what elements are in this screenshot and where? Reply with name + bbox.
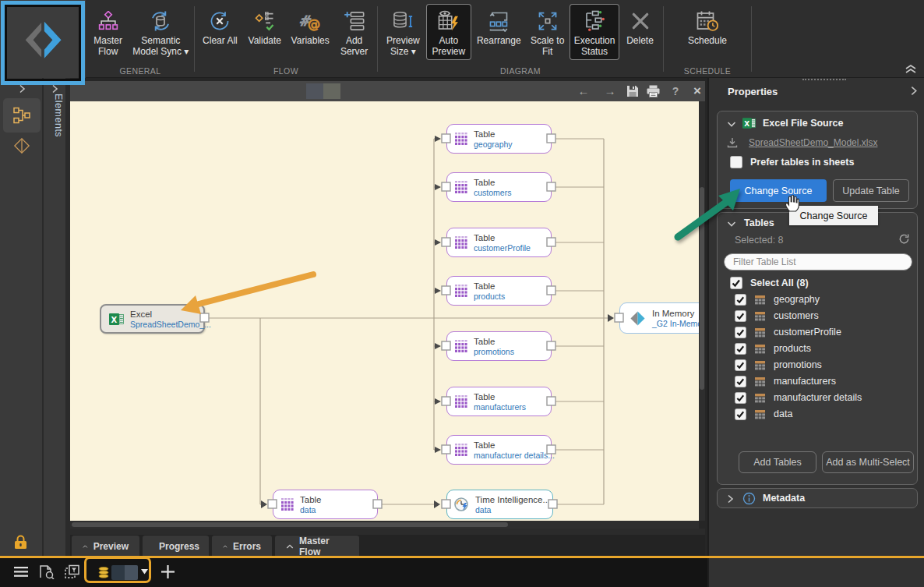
table-node-customers[interactable]: Tablecustomers: [446, 172, 552, 202]
page-preview-icon[interactable]: [39, 564, 55, 579]
ribbon-group-schedule: Schedule SCHEDULE: [665, 0, 750, 78]
lock-icon[interactable]: [14, 535, 27, 550]
auto-preview-button[interactable]: Auto Preview: [427, 5, 471, 59]
add-server-label: Add Server: [337, 36, 372, 58]
node-title: Table: [474, 337, 514, 346]
section-expand-chevron[interactable]: [727, 494, 734, 504]
menu-icon[interactable]: [14, 567, 28, 577]
undo-back-icon[interactable]: ←: [575, 83, 592, 99]
elements-panel-label[interactable]: Elements: [47, 94, 64, 137]
table-item-label[interactable]: products: [774, 343, 811, 354]
tab-errors[interactable]: Errors: [212, 536, 272, 557]
change-source-button[interactable]: Change Source: [730, 179, 827, 202]
schedule-icon: [696, 6, 719, 36]
diagram-canvas[interactable]: X Excel SpreadSheetDemo_... Tablegeograp…: [70, 101, 699, 521]
tab-preview[interactable]: Preview: [72, 536, 139, 557]
prefer-tables-checkbox[interactable]: [730, 156, 742, 168]
section-collapse-chevron[interactable]: [727, 121, 736, 128]
sidebar-tab-flow[interactable]: [3, 98, 41, 133]
ribbon-group-general: Master Flow Semantic Model Sync ▾ GENERA…: [87, 0, 193, 78]
rearrange-button[interactable]: Rearrange: [473, 5, 524, 48]
preview-size-button[interactable]: Preview Size ▾: [382, 5, 424, 59]
elements-expand-chevron[interactable]: [50, 84, 59, 94]
table-checkbox[interactable]: [735, 359, 746, 371]
table-item-label[interactable]: manufacturer details: [774, 392, 862, 403]
source-file-link[interactable]: SpreadSheetDemo_Model.xlsx: [749, 137, 877, 148]
update-table-button[interactable]: Update Table: [833, 179, 909, 202]
flow-tab-swatch: [306, 83, 323, 99]
canvas-bottom-gap: [70, 529, 705, 535]
table-checkbox[interactable]: [735, 327, 746, 338]
redo-forward-icon[interactable]: →: [601, 83, 619, 99]
add-page-icon[interactable]: [161, 565, 175, 578]
table-node-customerProfile[interactable]: TablecustomerProfile: [446, 228, 552, 257]
canvas-horizontal-scrollbar[interactable]: [70, 521, 699, 529]
delete-button[interactable]: Delete: [622, 5, 659, 48]
select-all-checkbox[interactable]: [730, 277, 742, 289]
table-item-label[interactable]: customerProfile: [774, 327, 841, 338]
selection-pane-icon[interactable]: [64, 564, 79, 579]
print-icon[interactable]: [647, 85, 660, 97]
time-intelligence-node[interactable]: Time Intelligence...data: [446, 490, 553, 519]
tab-master-flow[interactable]: Master Flow: [275, 536, 359, 557]
table-checkbox[interactable]: [735, 408, 746, 420]
execution-status-button[interactable]: Execution Status: [570, 5, 619, 59]
panel-collapse-chevron[interactable]: [908, 86, 919, 96]
clear-all-button[interactable]: Clear All: [198, 5, 242, 48]
database-coins-icon[interactable]: [98, 567, 109, 578]
sidebar-tab-model[interactable]: [13, 137, 30, 154]
table-item-label[interactable]: manufacturers: [774, 376, 836, 387]
add-as-multi-select-button[interactable]: Add as Multi-Select: [822, 451, 914, 473]
ribbon-group-label-diagram: DIAGRAM: [379, 66, 661, 76]
table-icon: [455, 395, 467, 408]
validate-button[interactable]: Validate: [244, 5, 286, 48]
dropdown-caret-icon[interactable]: [141, 569, 148, 575]
download-icon[interactable]: [727, 137, 738, 148]
save-icon[interactable]: [626, 85, 639, 97]
schedule-button[interactable]: Schedule: [683, 5, 732, 48]
dataset-selector-dropdown[interactable]: [111, 565, 138, 580]
scrollbar-thumb[interactable]: [72, 522, 508, 527]
in-memory-node[interactable]: In Memory_G2 In-Memory: [619, 302, 699, 334]
table-node-promotions[interactable]: Tablepromotions: [446, 331, 552, 361]
variables-button[interactable]: # @ Variables: [287, 5, 333, 48]
panel-drag-handle[interactable]: [802, 79, 846, 80]
help-icon[interactable]: ?: [667, 83, 684, 99]
execution-status-label: Execution Status: [573, 36, 616, 58]
table-checkbox[interactable]: [735, 376, 746, 387]
table-checkbox[interactable]: [735, 343, 746, 355]
tab-progress[interactable]: Progress: [143, 536, 209, 557]
excel-source-node[interactable]: X Excel SpreadSheetDemo_...: [100, 304, 205, 334]
schedule-label: Schedule: [688, 36, 727, 47]
semantic-model-sync-button[interactable]: Semantic Model Sync ▾: [129, 5, 192, 59]
table-node-manufacturers[interactable]: Tablemanufacturers: [446, 387, 552, 416]
table-node-data[interactable]: Tabledata: [273, 490, 378, 519]
section-collapse-chevron[interactable]: [727, 221, 736, 228]
table-item-label[interactable]: promotions: [774, 359, 822, 370]
close-flow-icon[interactable]: ×: [689, 83, 706, 99]
refresh-icon[interactable]: [898, 233, 910, 245]
bottom-tabs-bar: Preview Progress Errors Master Flow: [70, 535, 705, 557]
select-all-label: Select All (8): [750, 278, 809, 288]
table-node-geography[interactable]: Tablegeography: [446, 124, 552, 154]
master-flow-button[interactable]: Master Flow: [88, 5, 129, 59]
add-server-icon: [344, 6, 365, 36]
table-item-label[interactable]: customers: [774, 310, 819, 321]
scale-to-fit-button[interactable]: Scale to Fit: [527, 5, 568, 59]
table-item-label[interactable]: geography: [774, 294, 820, 305]
add-tables-button[interactable]: Add Tables: [739, 451, 816, 473]
scrollbar-thumb[interactable]: [700, 187, 704, 390]
table-checkbox[interactable]: [735, 392, 746, 404]
collapse-ribbon-button[interactable]: [904, 63, 918, 74]
filter-table-input[interactable]: [724, 253, 912, 271]
table-checkbox[interactable]: [735, 294, 746, 306]
sidebar-expand-chevron[interactable]: [17, 84, 26, 94]
metadata-card[interactable]: Metadata: [717, 488, 918, 508]
table-node-manufacturer-details[interactable]: Tablemanufacturer details...: [446, 435, 552, 465]
table-checkbox[interactable]: [735, 310, 746, 322]
canvas-vertical-scrollbar[interactable]: [699, 101, 705, 521]
add-server-button[interactable]: Add Server: [335, 5, 374, 59]
table-item-label[interactable]: data: [774, 408, 792, 419]
app-logo[interactable]: [0, 0, 86, 78]
table-node-products[interactable]: Tableproducts: [446, 276, 552, 306]
